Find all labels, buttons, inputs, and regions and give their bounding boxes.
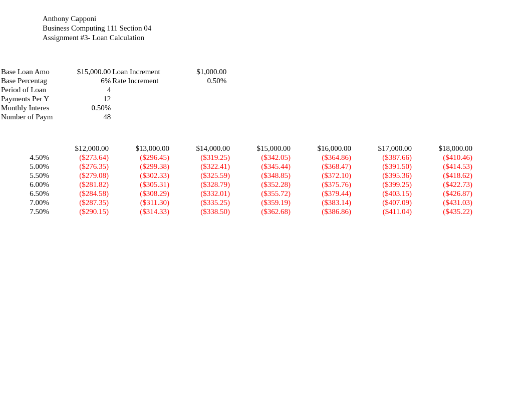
payments-per-y-value: 12 (53, 94, 112, 103)
document-header: Anthony Capponi Business Computing 111 S… (43, 14, 532, 42)
period-value: 4 (53, 85, 112, 94)
table-row: 6.50%($284.58)($308.29)($332.01)($355.72… (1, 189, 474, 198)
payment-cell: ($328.79) (171, 180, 232, 189)
payment-cell: ($281.82) (50, 180, 111, 189)
payment-cell: ($305.31) (111, 180, 171, 189)
payment-cell: ($338.50) (171, 207, 232, 216)
loan-amount-header: $16,000.00 (293, 144, 353, 153)
payment-cell: ($383.14) (293, 198, 353, 207)
payment-cell: ($395.36) (353, 171, 414, 180)
payment-cell: ($403.15) (353, 189, 414, 198)
header-name: Anthony Capponi (43, 14, 532, 24)
rate-label: 7.00% (1, 198, 50, 207)
blank-corner-cell (1, 144, 50, 153)
period-label: Period of Loan (1, 85, 53, 94)
payment-cell: ($386.86) (293, 207, 353, 216)
param-row: Number of Paym 48 (1, 112, 228, 121)
num-payments-value: 48 (53, 112, 112, 121)
payment-cell: ($308.29) (111, 189, 171, 198)
rate-label: 4.50% (1, 153, 50, 162)
payment-cell: ($418.62) (414, 171, 474, 180)
param-row: Base Loan Amo $15,000.00 Loan Increment … (1, 67, 228, 76)
payment-cell: ($290.15) (50, 207, 111, 216)
payment-cell: ($284.58) (50, 189, 111, 198)
payment-cell: ($399.25) (353, 180, 414, 189)
param-row: Monthly Interes 0.50% (1, 103, 228, 112)
base-loan-value: $15,000.00 (53, 67, 112, 76)
param-row: Period of Loan 4 (1, 85, 228, 94)
payment-cell: ($375.76) (293, 180, 353, 189)
loan-increment-value: $1,000.00 (167, 67, 228, 76)
monthly-interest-label: Monthly Interes (1, 103, 53, 112)
monthly-interest-value: 0.50% (53, 103, 112, 112)
payment-data-table-area: $12,000.00$13,000.00$14,000.00$15,000.00… (1, 144, 532, 216)
payment-cell: ($319.25) (171, 153, 232, 162)
payment-cell: ($355.72) (232, 189, 293, 198)
param-row: Payments Per Y 12 (1, 94, 228, 103)
payment-cell: ($348.85) (232, 171, 293, 180)
loan-parameters: Base Loan Amo $15,000.00 Loan Increment … (1, 67, 532, 121)
payment-cell: ($335.25) (171, 198, 232, 207)
rate-label: 5.00% (1, 162, 50, 171)
payment-cell: ($411.04) (353, 207, 414, 216)
rate-label: 6.50% (1, 189, 50, 198)
loan-amount-header: $18,000.00 (414, 144, 474, 153)
payment-cell: ($387.66) (353, 153, 414, 162)
loan-amount-header: $12,000.00 (50, 144, 111, 153)
payment-cell: ($314.33) (111, 207, 171, 216)
table-row: 4.50%($273.64)($296.45)($319.25)($342.05… (1, 153, 474, 162)
payment-cell: ($342.05) (232, 153, 293, 162)
num-payments-label: Number of Paym (1, 112, 53, 121)
header-assignment: Assignment #3- Loan Calculation (43, 33, 532, 43)
params-table: Base Loan Amo $15,000.00 Loan Increment … (1, 67, 228, 121)
rate-increment-label: Rate Increment (112, 76, 167, 85)
payment-cell: ($296.45) (111, 153, 171, 162)
loan-amount-header: $17,000.00 (353, 144, 414, 153)
rate-label: 6.00% (1, 180, 50, 189)
loan-amount-header: $13,000.00 (111, 144, 171, 153)
table-row: 5.50%($279.08)($302.33)($325.59)($348.85… (1, 171, 474, 180)
payment-data-table: $12,000.00$13,000.00$14,000.00$15,000.00… (1, 144, 474, 216)
payment-cell: ($407.09) (353, 198, 414, 207)
payment-cell: ($372.10) (293, 171, 353, 180)
base-loan-label: Base Loan Amo (1, 67, 53, 76)
base-pct-label: Base Percentag (1, 76, 53, 85)
rate-label: 5.50% (1, 171, 50, 180)
payment-cell: ($362.68) (232, 207, 293, 216)
base-pct-value: 6% (53, 76, 112, 85)
loan-amount-header: $15,000.00 (232, 144, 293, 153)
table-header-row: $12,000.00$13,000.00$14,000.00$15,000.00… (1, 144, 474, 153)
payment-cell: ($332.01) (171, 189, 232, 198)
payment-cell: ($414.53) (414, 162, 474, 171)
param-row: Base Percentag 6% Rate Increment 0.50% (1, 76, 228, 85)
table-row: 5.00%($276.35)($299.38)($322.41)($345.44… (1, 162, 474, 171)
loan-amount-header: $14,000.00 (171, 144, 232, 153)
payment-cell: ($302.33) (111, 171, 171, 180)
payment-cell: ($273.64) (50, 153, 111, 162)
payment-cell: ($352.28) (232, 180, 293, 189)
payment-cell: ($311.30) (111, 198, 171, 207)
payment-cell: ($391.50) (353, 162, 414, 171)
table-row: 7.50%($290.15)($314.33)($338.50)($362.68… (1, 207, 474, 216)
header-course: Business Computing 111 Section 04 (43, 24, 532, 33)
payment-cell: ($322.41) (171, 162, 232, 171)
payment-cell: ($368.47) (293, 162, 353, 171)
payment-cell: ($359.19) (232, 198, 293, 207)
payment-cell: ($431.03) (414, 198, 474, 207)
payment-cell: ($325.59) (171, 171, 232, 180)
payment-cell: ($279.08) (50, 171, 111, 180)
payment-cell: ($287.35) (50, 198, 111, 207)
payment-cell: ($435.22) (414, 207, 474, 216)
payment-cell: ($299.38) (111, 162, 171, 171)
payment-cell: ($364.86) (293, 153, 353, 162)
table-row: 6.00%($281.82)($305.31)($328.79)($352.28… (1, 180, 474, 189)
payment-cell: ($410.46) (414, 153, 474, 162)
payment-cell: ($345.44) (232, 162, 293, 171)
payment-cell: ($276.35) (50, 162, 111, 171)
loan-increment-label: Loan Increment (112, 67, 167, 76)
table-row: 7.00%($287.35)($311.30)($335.25)($359.19… (1, 198, 474, 207)
payment-cell: ($426.87) (414, 189, 474, 198)
rate-increment-value: 0.50% (167, 76, 228, 85)
rate-label: 7.50% (1, 207, 50, 216)
payment-cell: ($379.44) (293, 189, 353, 198)
